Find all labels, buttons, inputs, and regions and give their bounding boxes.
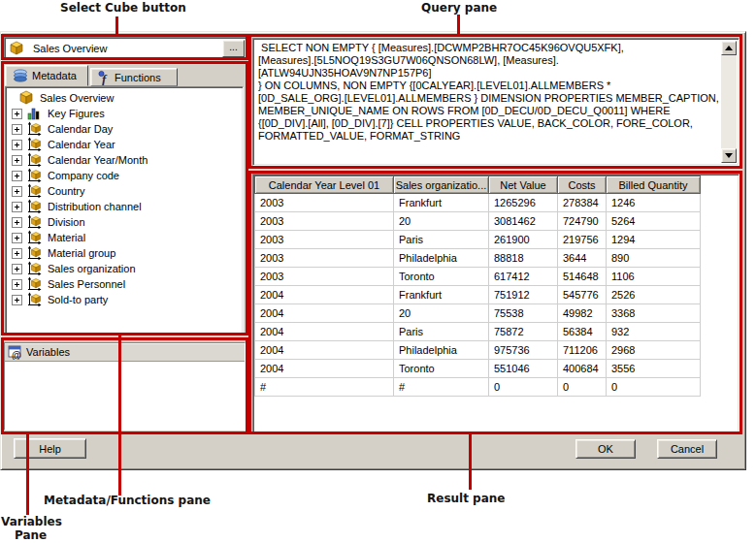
tree-item-label: Division xyxy=(46,216,87,228)
expand-plus-icon[interactable] xyxy=(12,279,22,290)
tree-item[interactable]: Distribution channel xyxy=(8,199,243,214)
query-pane: SELECT NON EMPTY { [Measures].[DCWMP2BHR… xyxy=(252,38,740,166)
result-body: 2003Frankfurt126529627838412462003203081… xyxy=(255,194,701,397)
expand-plus-icon[interactable] xyxy=(12,217,22,228)
table-cell: 20 xyxy=(394,304,489,323)
expand-plus-icon[interactable] xyxy=(12,109,22,119)
ok-button[interactable]: OK xyxy=(575,439,636,459)
table-cell: 2968 xyxy=(607,341,701,360)
expand-plus-icon[interactable] xyxy=(12,248,22,259)
table-row[interactable]: 2003Paris2619002197561294 xyxy=(255,231,701,249)
scroll-up-icon[interactable] xyxy=(721,41,737,55)
table-cell: 545776 xyxy=(558,286,607,304)
tree-item[interactable]: Sales organization xyxy=(8,261,243,276)
tree-item[interactable]: Calendar Year/Month xyxy=(8,152,243,168)
table-row[interactable]: 20032030814627247905264 xyxy=(255,212,701,231)
tree-item-label: Sold-to party xyxy=(46,294,110,305)
cube-selector-field[interactable]: Sales Overview ... xyxy=(4,37,247,60)
tree-item-label: Country xyxy=(46,185,87,197)
table-cell: 1106 xyxy=(607,268,701,286)
result-header-row: Calendar Year Level 01Sales organizatio.… xyxy=(255,176,701,194)
table-row[interactable]: 2003Philadelphia888183644890 xyxy=(255,249,701,268)
svg-text:f: f xyxy=(102,72,108,85)
table-cell: 219756 xyxy=(558,231,607,249)
table-cell: 2003 xyxy=(255,231,394,249)
tree-item[interactable]: Calendar Year xyxy=(8,137,243,152)
table-cell: 2003 xyxy=(255,249,394,268)
column-header[interactable]: Costs xyxy=(558,176,607,194)
help-button[interactable]: Help xyxy=(14,438,86,459)
expand-plus-icon[interactable] xyxy=(12,140,22,150)
annotation-metadata-functions-pane: Metadata/Functions pane xyxy=(44,494,211,507)
dimension-icon xyxy=(26,261,43,276)
table-row[interactable]: 2004Paris7587256384932 xyxy=(255,323,701,341)
tab-functions[interactable]: f Functions xyxy=(90,68,178,86)
tree-item-label: Calendar Year/Month xyxy=(46,154,149,166)
expand-plus-icon[interactable] xyxy=(12,155,22,166)
expand-plus-icon[interactable] xyxy=(12,124,22,135)
table-cell: 617412 xyxy=(489,268,558,286)
variables-list[interactable] xyxy=(5,362,245,430)
expand-plus-icon[interactable] xyxy=(12,295,22,305)
table-row[interactable]: 2003Toronto6174125146481106 xyxy=(255,268,701,286)
table-row[interactable]: ##000 xyxy=(255,378,701,397)
table-row[interactable]: 20042075538499823368 xyxy=(255,304,701,323)
table-cell: 2004 xyxy=(255,304,394,323)
variables-title: Variables xyxy=(26,346,70,358)
tree-root-item[interactable]: Sales Overview xyxy=(8,90,243,106)
scroll-down-icon[interactable] xyxy=(721,148,737,163)
tree-item[interactable]: Sales Personnel xyxy=(8,276,243,292)
tree-item[interactable]: Division xyxy=(8,214,243,230)
expand-plus-icon[interactable] xyxy=(12,233,22,243)
tab-metadata[interactable]: Metadata xyxy=(5,65,88,86)
variables-icon: @ xyxy=(8,345,23,360)
tree-item[interactable]: Company code xyxy=(8,168,243,183)
table-row[interactable]: 2004Philadelphia9757367112062968 xyxy=(255,341,701,360)
query-scrollbar[interactable] xyxy=(721,41,737,163)
table-cell: # xyxy=(255,378,394,397)
column-header[interactable]: Calendar Year Level 01 xyxy=(255,176,394,194)
table-cell: Philadelphia xyxy=(394,249,489,268)
metadata-icon xyxy=(13,68,28,83)
table-cell: 932 xyxy=(607,323,701,341)
annotation-select-cube: Select Cube button xyxy=(60,1,186,15)
column-header[interactable]: Net Value xyxy=(489,176,558,194)
expand-plus-icon[interactable] xyxy=(12,264,22,274)
functions-icon: f xyxy=(98,70,111,85)
table-cell: 0 xyxy=(489,378,558,397)
tree-item[interactable]: Material group xyxy=(8,245,243,261)
table-cell: 975736 xyxy=(489,341,558,360)
expand-plus-icon[interactable] xyxy=(12,202,22,212)
tree-item[interactable]: Material xyxy=(8,230,243,245)
tree-item[interactable]: Key Figures xyxy=(8,106,243,121)
table-cell: 2004 xyxy=(255,286,394,304)
annotation-query-pane: Query pane xyxy=(421,1,497,15)
table-row[interactable]: 2004Toronto5510464006843556 xyxy=(255,360,701,378)
dimension-icon xyxy=(26,245,43,261)
table-row[interactable]: 2003Frankfurt12652962783841246 xyxy=(255,194,701,212)
table-cell: 49982 xyxy=(558,304,607,323)
select-cube-button[interactable]: ... xyxy=(222,40,245,57)
table-cell: 724790 xyxy=(558,212,607,231)
table-cell: 2004 xyxy=(255,323,394,341)
column-header[interactable]: Billed Quantity xyxy=(607,176,701,194)
table-cell: # xyxy=(394,378,489,397)
column-header[interactable]: Sales organizatio... xyxy=(394,176,489,194)
tree-item-label: Company code xyxy=(46,170,121,181)
table-cell: 3644 xyxy=(558,249,607,268)
expand-plus-icon[interactable] xyxy=(12,186,22,197)
tree-item[interactable]: Calendar Day xyxy=(8,121,243,137)
result-pane: Calendar Year Level 01Sales organizatio.… xyxy=(252,174,740,433)
table-row[interactable]: 2004Frankfurt7519125457762526 xyxy=(255,286,701,304)
tree-item[interactable]: Country xyxy=(8,183,243,199)
tree-item[interactable]: Sold-to party xyxy=(8,292,243,307)
table-cell: 1265296 xyxy=(489,194,558,212)
table-cell: 2004 xyxy=(255,341,394,360)
svg-text:@: @ xyxy=(12,350,21,360)
table-cell: 0 xyxy=(607,378,701,397)
mdx-query-text[interactable]: SELECT NON EMPTY { [Measures].[DCWMP2BHR… xyxy=(255,41,720,163)
expand-plus-icon[interactable] xyxy=(12,171,22,181)
cancel-button[interactable]: Cancel xyxy=(657,439,717,459)
cube-icon xyxy=(9,41,25,56)
table-cell: Toronto xyxy=(394,268,489,286)
